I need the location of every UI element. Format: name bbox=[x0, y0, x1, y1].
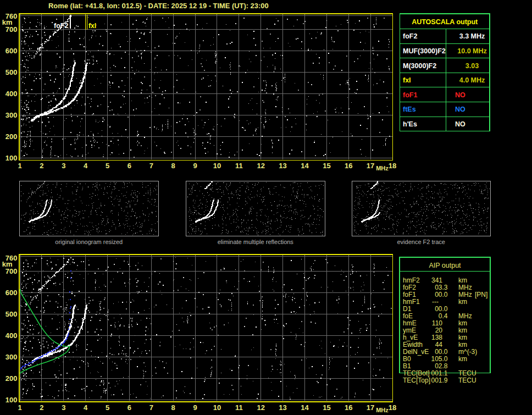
svg-text:600: 600 bbox=[5, 289, 18, 297]
svg-text:17: 17 bbox=[367, 162, 374, 170]
svg-text:hmF2: hmF2 bbox=[403, 276, 420, 284]
svg-text:15: 15 bbox=[323, 162, 330, 170]
svg-text:44: 44 bbox=[435, 341, 443, 348]
svg-text:11: 11 bbox=[235, 403, 243, 412]
svg-text:16: 16 bbox=[345, 162, 352, 170]
svg-text:MHz: MHz bbox=[458, 284, 472, 291]
svg-text:17: 17 bbox=[367, 403, 374, 412]
svg-text:9: 9 bbox=[193, 403, 197, 412]
svg-text:4: 4 bbox=[84, 403, 88, 412]
svg-text:14: 14 bbox=[301, 162, 309, 170]
svg-text:---: --- bbox=[432, 298, 439, 306]
svg-text:10: 10 bbox=[213, 162, 221, 170]
svg-text:10: 10 bbox=[213, 403, 221, 412]
svg-text:km: km bbox=[458, 319, 467, 327]
svg-text:02.8: 02.8 bbox=[435, 362, 448, 370]
svg-text:7: 7 bbox=[149, 162, 153, 170]
svg-text:MHz: MHz bbox=[376, 407, 389, 413]
svg-text:fxI: fxI bbox=[88, 22, 96, 30]
svg-text:13: 13 bbox=[279, 403, 286, 412]
svg-text:400: 400 bbox=[5, 331, 18, 340]
svg-text:[PN]: [PN] bbox=[475, 291, 487, 298]
svg-text:700: 700 bbox=[5, 25, 18, 34]
svg-text:300: 300 bbox=[5, 111, 18, 119]
svg-text:km: km bbox=[458, 334, 467, 341]
svg-text:D1: D1 bbox=[403, 305, 412, 313]
svg-text:B1: B1 bbox=[403, 362, 411, 370]
svg-text:100: 100 bbox=[5, 154, 18, 162]
svg-text:foF1: foF1 bbox=[403, 91, 417, 99]
svg-text:6: 6 bbox=[128, 162, 131, 170]
svg-text:18: 18 bbox=[389, 162, 396, 170]
svg-text:14: 14 bbox=[301, 403, 309, 412]
svg-text:3.3 MHz: 3.3 MHz bbox=[459, 32, 485, 40]
svg-text:16: 16 bbox=[345, 403, 352, 412]
svg-text:15: 15 bbox=[323, 403, 330, 412]
svg-text:DelN_vE: DelN_vE bbox=[403, 348, 429, 356]
svg-text:3: 3 bbox=[62, 403, 65, 412]
svg-text:foF2: foF2 bbox=[403, 32, 417, 40]
svg-text:100: 100 bbox=[5, 396, 18, 404]
svg-text:8: 8 bbox=[171, 403, 175, 412]
svg-text:001.9: 001.9 bbox=[431, 377, 447, 384]
svg-text:105.0: 105.0 bbox=[431, 355, 447, 363]
svg-text:12: 12 bbox=[257, 403, 264, 412]
svg-text:NO: NO bbox=[455, 120, 465, 128]
svg-text:foE: foE bbox=[403, 312, 413, 320]
svg-text:12: 12 bbox=[257, 162, 264, 170]
svg-text:h'Es: h'Es bbox=[403, 120, 417, 128]
svg-text:200: 200 bbox=[5, 132, 18, 141]
svg-text:TECU: TECU bbox=[458, 369, 476, 377]
svg-text:200: 200 bbox=[5, 374, 18, 383]
svg-text:2: 2 bbox=[40, 403, 43, 412]
svg-text:MUF(3000)F2: MUF(3000)F2 bbox=[403, 47, 446, 55]
svg-text:4: 4 bbox=[84, 162, 88, 170]
svg-text:00.0: 00.0 bbox=[435, 348, 448, 356]
svg-text:original ionogram resized: original ionogram resized bbox=[55, 239, 123, 245]
svg-text:m^(-3): m^(-3) bbox=[458, 348, 477, 356]
svg-text:4.0 MHz: 4.0 MHz bbox=[459, 76, 485, 84]
svg-text:AIP output: AIP output bbox=[429, 262, 461, 269]
svg-text:400: 400 bbox=[5, 90, 18, 98]
svg-text:MHz: MHz bbox=[458, 312, 472, 320]
svg-text:3.03: 3.03 bbox=[465, 62, 479, 70]
svg-text:2: 2 bbox=[40, 162, 43, 170]
svg-text:ftEs: ftEs bbox=[403, 106, 416, 113]
svg-text:ymE: ymE bbox=[403, 327, 416, 334]
svg-text:11: 11 bbox=[235, 162, 243, 170]
svg-text:AUTOSCALA output: AUTOSCALA output bbox=[412, 18, 478, 26]
svg-text:B0: B0 bbox=[403, 355, 411, 363]
svg-text:13: 13 bbox=[279, 162, 286, 170]
svg-text:7: 7 bbox=[149, 403, 153, 412]
svg-text:18: 18 bbox=[389, 403, 396, 412]
svg-text:foF1: foF1 bbox=[403, 291, 416, 298]
svg-text:Ewidth: Ewidth bbox=[403, 341, 423, 348]
svg-text:700: 700 bbox=[5, 267, 18, 275]
svg-text:500: 500 bbox=[5, 68, 18, 76]
svg-text:6: 6 bbox=[128, 403, 131, 412]
svg-text:600: 600 bbox=[5, 47, 18, 55]
svg-text:MHz: MHz bbox=[458, 291, 472, 298]
svg-text:M(3000)F2: M(3000)F2 bbox=[403, 62, 436, 70]
svg-text:5: 5 bbox=[106, 403, 109, 412]
svg-text:8: 8 bbox=[171, 162, 175, 170]
svg-text:NO: NO bbox=[455, 91, 465, 99]
svg-text:foF2: foF2 bbox=[403, 284, 416, 291]
svg-text:hmF1: hmF1 bbox=[403, 298, 420, 306]
svg-text:500: 500 bbox=[5, 310, 18, 318]
svg-text:h_vE: h_vE bbox=[403, 334, 418, 341]
svg-text:00.0: 00.0 bbox=[435, 305, 448, 313]
svg-text:TECU: TECU bbox=[458, 377, 476, 384]
svg-text:km: km bbox=[458, 327, 467, 334]
svg-text:km: km bbox=[458, 355, 467, 363]
svg-text:hmE: hmE bbox=[403, 319, 417, 327]
svg-text:MHz: MHz bbox=[376, 165, 389, 171]
svg-text:eliminate multiple reflections: eliminate multiple reflections bbox=[218, 239, 294, 245]
svg-text:km: km bbox=[458, 341, 467, 348]
svg-text:1: 1 bbox=[18, 403, 21, 412]
svg-text:138: 138 bbox=[431, 334, 442, 341]
svg-text:5: 5 bbox=[106, 162, 109, 170]
svg-text:0.4: 0.4 bbox=[439, 312, 448, 320]
svg-text:evidence F2 trace: evidence F2 trace bbox=[397, 239, 445, 245]
svg-text:TEC[Bot]: TEC[Bot] bbox=[403, 369, 430, 377]
